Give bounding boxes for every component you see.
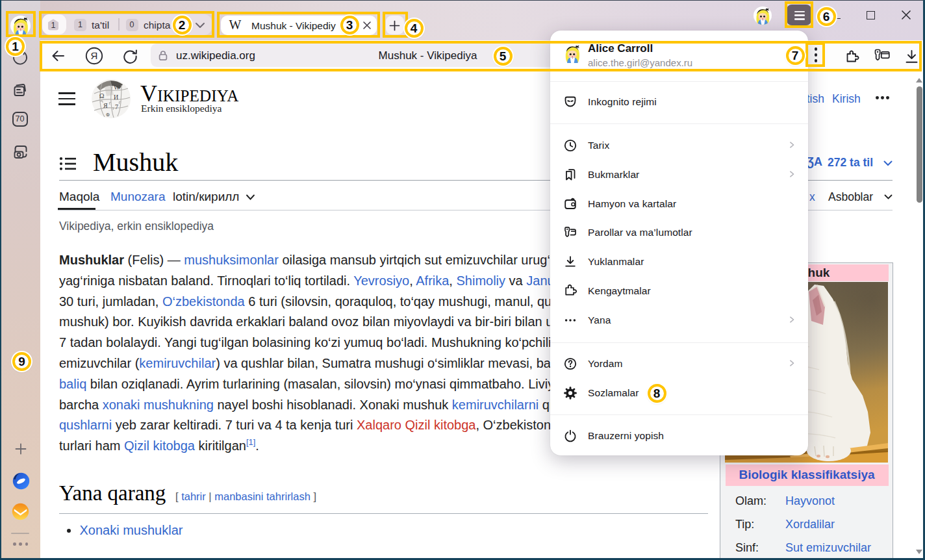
svg-text:W: W bbox=[114, 84, 120, 91]
svg-text:И: И bbox=[114, 94, 118, 101]
svg-text:7: 7 bbox=[115, 103, 118, 110]
svg-text:Я: Я bbox=[103, 102, 108, 109]
svg-text:๏: ๏ bbox=[106, 110, 110, 118]
svg-text:Ω: Ω bbox=[99, 92, 104, 99]
